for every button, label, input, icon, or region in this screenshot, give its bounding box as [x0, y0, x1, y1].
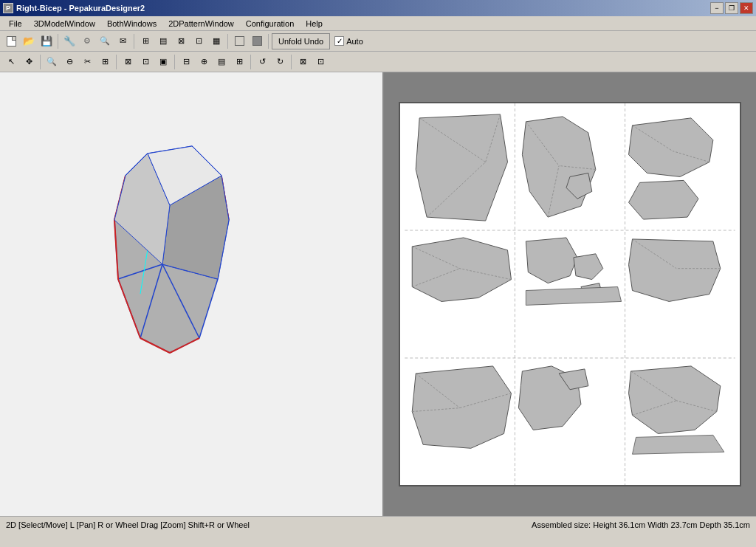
zoom-in-icon: 🔍 — [47, 57, 57, 66]
svg-marker-27 — [416, 114, 507, 221]
toolbar-row-1: 📂 💾 🔧 ⚙ 🔍 ✉ ⊞ ▤ ⊠ ⊡ ▦ Unfold Undo ✓ Auto — [0, 31, 756, 52]
new-button[interactable] — [3, 33, 19, 49]
tb2-icon-6: ⊡ — [142, 57, 149, 66]
move-icon: ✥ — [26, 57, 32, 66]
tb2-btn10[interactable]: ▤ — [213, 54, 230, 70]
tb-btn-13[interactable]: ▦ — [208, 33, 224, 49]
tb2-zoom-out[interactable]: ⊖ — [61, 54, 78, 70]
menu-bothwindows[interactable]: BothWindows — [101, 16, 162, 31]
svg-marker-36 — [629, 118, 713, 177]
tb2-btn3[interactable]: ✂ — [79, 54, 95, 70]
tb2-icon-9: ⊕ — [201, 57, 207, 66]
tb2-btn11[interactable]: ⊞ — [231, 54, 247, 70]
status-bar: 2D [Select/Move] L [Pan] R or Wheel Drag… — [0, 516, 756, 532]
sep2-1 — [40, 55, 41, 69]
tb-icon-9: ⊞ — [142, 36, 149, 46]
svg-marker-44 — [526, 238, 577, 283]
tb2-icon-12: ↺ — [259, 57, 266, 66]
pattern-svg — [400, 103, 740, 485]
svg-marker-40 — [412, 238, 511, 301]
tb-icon-13: ▦ — [213, 36, 220, 46]
menu-help[interactable]: Help — [300, 16, 329, 31]
tb-icon-6: ⚙ — [83, 36, 91, 46]
tb2-icon-4: ⊞ — [102, 57, 109, 66]
auto-label: Auto — [346, 37, 363, 46]
zoom-out-icon: ⊖ — [66, 57, 73, 66]
tb-icon-14 — [235, 36, 244, 46]
main-content — [0, 72, 756, 516]
sep2-5 — [291, 55, 292, 69]
tb2-select[interactable]: ↖ — [3, 54, 19, 70]
tb-btn-7[interactable]: 🔍 — [97, 33, 113, 49]
tb2-move[interactable]: ✥ — [21, 54, 37, 70]
tb2-btn5[interactable]: ⊠ — [120, 54, 136, 70]
sep-1 — [58, 34, 58, 49]
tb-btn-10[interactable]: ▤ — [155, 33, 171, 49]
tb-btn-6[interactable]: ⚙ — [79, 33, 95, 49]
window-title: Right-Bicep - PepakuraDesigner2 — [16, 4, 145, 13]
close-button[interactable]: ✕ — [740, 2, 753, 14]
svg-marker-48 — [629, 239, 721, 302]
tb2-btn13[interactable]: ↻ — [272, 54, 288, 70]
tb2-icon-13: ↻ — [277, 57, 284, 66]
tb2-btn14[interactable]: ⊠ — [295, 54, 311, 70]
new-icon — [7, 36, 16, 47]
toolbar-row-2: ↖ ✥ 🔍 ⊖ ✂ ⊞ ⊠ ⊡ ▣ ⊟ ⊕ ▤ ⊞ ↺ ↻ ⊠ ⊡ — [0, 52, 756, 72]
2d-pattern-panel[interactable] — [384, 72, 756, 516]
minimize-button[interactable]: − — [710, 2, 724, 14]
tb2-btn12[interactable]: ↺ — [254, 54, 270, 70]
tb-icon-12: ⊡ — [196, 36, 202, 46]
sep-4 — [268, 34, 269, 49]
tb2-zoom-in[interactable]: 🔍 — [44, 54, 60, 70]
open-button[interactable]: 📂 — [21, 33, 37, 49]
tb-icon-7: 🔍 — [100, 36, 110, 46]
pattern-sheet — [399, 102, 741, 486]
svg-marker-39 — [629, 180, 698, 219]
save-button[interactable]: 💾 — [38, 33, 55, 49]
menu-3dmodelwindow[interactable]: 3DModelWindow — [28, 16, 101, 31]
tb-icon-8: ✉ — [120, 36, 126, 46]
sep2-2 — [116, 55, 117, 69]
sep-3 — [227, 34, 228, 49]
tb-btn-14[interactable] — [231, 33, 247, 49]
tb2-btn7[interactable]: ▣ — [155, 54, 171, 70]
tb2-icon-11: ⊞ — [236, 57, 243, 66]
svg-marker-57 — [629, 366, 721, 433]
title-bar-controls: − ❐ ✕ — [710, 2, 753, 14]
auto-checkbox[interactable]: ✓ — [334, 36, 344, 46]
menu-file[interactable]: File — [3, 16, 28, 31]
tb-btn-9[interactable]: ⊞ — [137, 33, 154, 49]
tb-btn-15[interactable] — [249, 33, 265, 49]
tb-icon-10: ▤ — [159, 36, 167, 46]
tb-btn-11[interactable]: ⊠ — [173, 33, 189, 49]
tb-btn-8[interactable]: ✉ — [114, 33, 131, 49]
tb2-btn9[interactable]: ⊕ — [196, 54, 212, 70]
title-bar: P Right-Bicep - PepakuraDesigner2 − ❐ ✕ — [0, 0, 756, 16]
tb-icon-11: ⊠ — [178, 36, 185, 46]
menu-configuration[interactable]: Configuration — [240, 16, 300, 31]
tb-icon-5: 🔧 — [63, 35, 75, 47]
tb2-btn4[interactable]: ⊞ — [97, 54, 113, 70]
svg-marker-61 — [633, 435, 724, 454]
tb2-btn8[interactable]: ⊟ — [178, 54, 194, 70]
save-icon: 💾 — [41, 35, 52, 47]
title-bar-left: P Right-Bicep - PepakuraDesigner2 — [3, 3, 145, 13]
tb2-btn6[interactable]: ⊡ — [137, 54, 154, 70]
tb2-icon-8: ⊟ — [183, 57, 190, 66]
3d-model-panel[interactable] — [0, 72, 384, 516]
sep-2 — [134, 34, 134, 49]
menu-2dpatternwindow[interactable]: 2DPatternWindow — [162, 16, 240, 31]
unfold-undo-button[interactable]: Unfold Undo — [272, 33, 330, 49]
tb-btn-12[interactable]: ⊡ — [190, 33, 207, 49]
tb-icon-15 — [252, 36, 262, 46]
tb2-icon-7: ▣ — [159, 57, 167, 66]
svg-marker-47 — [526, 287, 621, 306]
tb2-btn15[interactable]: ⊡ — [312, 54, 329, 70]
tb2-icon-5: ⊠ — [125, 57, 131, 66]
app-icon: P — [3, 3, 13, 13]
sep2-3 — [174, 55, 175, 69]
tb-btn-5[interactable]: 🔧 — [61, 33, 78, 49]
status-right: Assembled size: Height 36.1cm Width 23.7… — [532, 520, 750, 529]
restore-button[interactable]: ❐ — [725, 2, 738, 14]
3d-model-view — [74, 131, 281, 390]
